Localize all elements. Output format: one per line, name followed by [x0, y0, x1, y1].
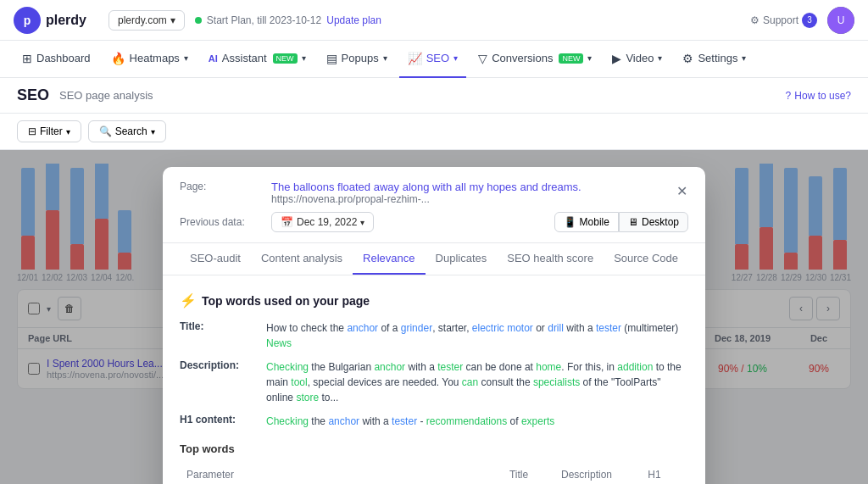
tab-content-analysis[interactable]: Content analysis: [251, 243, 353, 275]
filter-button[interactable]: ⊟ Filter ▾: [17, 120, 81, 142]
how-to-use-link[interactable]: ? How to use?: [786, 90, 851, 102]
dashboard-icon: ⊞: [22, 52, 32, 65]
mobile-button[interactable]: 📱 Mobile: [554, 212, 619, 232]
title-content: How to check the anchor of a grinder, st…: [266, 320, 688, 351]
toolbar: ⊟ Filter ▾ 🔍 Search ▾: [0, 114, 868, 150]
nav-label-dashboard: Dashboard: [36, 52, 91, 64]
nav-label-assistant: Assistant: [222, 52, 267, 64]
mobile-label: Mobile: [580, 216, 609, 228]
domain-selector[interactable]: plerdy.com ▾: [108, 10, 185, 31]
nav-item-dashboard[interactable]: ⊞ Dashboard: [14, 41, 99, 78]
chevron-down-icon-4: ▾: [453, 53, 458, 63]
col-description: Description: [553, 464, 620, 484]
mobile-icon: 📱: [564, 216, 576, 228]
logo-text: plerdy: [46, 13, 86, 28]
date-picker[interactable]: 📅 Dec 19, 2022 ▾: [271, 212, 374, 232]
settings-icon: ⚙: [682, 52, 693, 65]
tab-seo-health-score[interactable]: SEO health score: [497, 243, 604, 275]
date-value: Dec 19, 2022: [297, 216, 357, 228]
tab-source-code[interactable]: Source Code: [604, 243, 688, 275]
h1-content: Checking the anchor with a tester - reco…: [266, 414, 688, 429]
desktop-icon: 🖥: [628, 216, 638, 228]
gear-icon: ⚙: [750, 14, 760, 26]
chevron-down-icon-search: ▾: [151, 127, 155, 136]
tab-relevance[interactable]: Relevance: [353, 243, 425, 275]
device-buttons: 📱 Mobile 🖥 Desktop: [554, 212, 688, 232]
section-title-text: Top words used on your page: [202, 294, 370, 308]
heatmaps-icon: 🔥: [111, 52, 125, 65]
title-label: Title:: [180, 320, 256, 351]
assistant-new-badge: NEW: [273, 53, 298, 64]
modal: ✕ Page: The balloons floated away along …: [163, 167, 705, 484]
seo-subtitle: SEO page analysis: [59, 89, 153, 102]
ai-icon: AI: [209, 53, 218, 64]
h1-info-row: H1 content: Checking the anchor with a t…: [180, 414, 688, 429]
page-title: SEO: [17, 86, 49, 104]
h1-label: H1 content:: [180, 414, 256, 429]
support-count: 3: [802, 13, 817, 28]
avatar[interactable]: U: [827, 7, 854, 34]
nav-item-seo[interactable]: 📈 SEO ▾: [399, 41, 466, 78]
video-icon: ▶: [612, 52, 621, 65]
tab-duplicates[interactable]: Duplicates: [426, 243, 498, 275]
support-button[interactable]: ⚙ Support 3: [750, 13, 817, 28]
nav-label-settings: Settings: [698, 52, 737, 64]
search-icon: 🔍: [99, 125, 112, 137]
chevron-down-icon-5: ▾: [587, 53, 592, 63]
nav-item-conversions[interactable]: ▽ Conversions NEW ▾: [470, 41, 600, 78]
domain-value: plerdy.com: [118, 14, 167, 26]
description-label: Description:: [180, 359, 256, 405]
chevron-down-icon: ▾: [184, 53, 188, 63]
logo: p plerdy: [14, 7, 98, 34]
chevron-down-icon-6: ▾: [658, 53, 662, 63]
title-info-row: Title: How to check the anchor of a grin…: [180, 320, 688, 351]
modal-page-title: The balloons floated away along with all…: [271, 181, 688, 193]
conversions-icon: ▽: [478, 52, 487, 65]
nav-item-heatmaps[interactable]: 🔥 Heatmaps ▾: [103, 41, 197, 78]
header-actions: ? How to use?: [786, 90, 851, 102]
nav-item-assistant[interactable]: AI Assistant NEW ▾: [200, 41, 314, 78]
how-to-label: How to use?: [794, 90, 851, 102]
nav-label-conversions: Conversions: [492, 52, 553, 64]
col-h1: H1: [620, 464, 688, 484]
plan-status-dot: [195, 17, 202, 24]
popups-icon: ▤: [326, 52, 337, 65]
topbar: p plerdy plerdy.com ▾ Start Plan, till 2…: [0, 0, 868, 41]
calendar-icon: 📅: [281, 216, 293, 228]
description-info-row: Description: Checking the Bulgarian anch…: [180, 359, 688, 405]
nav-item-popups[interactable]: ▤ Popups ▾: [318, 41, 396, 78]
filter-icon: ⊟: [28, 125, 36, 137]
topbar-right: ⚙ Support 3 U: [750, 7, 854, 34]
description-content: Checking the Bulgarian anchor with a tes…: [266, 359, 688, 405]
chevron-down-icon-filter: ▾: [66, 127, 70, 136]
top-words-title: Top words: [180, 442, 688, 455]
modal-close-button[interactable]: ✕: [671, 181, 692, 201]
support-label: Support: [763, 14, 798, 26]
desktop-button[interactable]: 🖥 Desktop: [619, 212, 688, 232]
chevron-down-icon: ▾: [170, 14, 175, 26]
search-button[interactable]: 🔍 Search ▾: [88, 120, 166, 142]
modal-tabs: SEO-audit Content analysis Relevance Dup…: [163, 243, 705, 275]
logo-icon: p: [14, 7, 41, 34]
nav-label-heatmaps: Heatmaps: [130, 52, 180, 64]
plan-badge: Start Plan, till 2023-10-12 Update plan: [195, 14, 381, 26]
nav-item-video[interactable]: ▶ Video ▾: [604, 41, 670, 78]
chevron-down-icon-date: ▾: [360, 218, 364, 227]
chevron-down-icon-2: ▾: [302, 53, 306, 63]
page-label: Page:: [180, 181, 264, 192]
update-plan-link[interactable]: Update plan: [326, 14, 381, 26]
question-icon: ?: [786, 90, 792, 102]
modal-page-url: https://novena.pro/propal-rezhim-...: [271, 193, 688, 205]
search-label: Search: [115, 125, 147, 137]
col-parameter: Parameter: [180, 464, 485, 484]
conversions-new-badge: NEW: [559, 53, 583, 64]
modal-overlay: ✕ Page: The balloons floated away along …: [0, 150, 868, 484]
chevron-down-icon-3: ▾: [383, 53, 387, 63]
tab-seo-audit[interactable]: SEO-audit: [180, 243, 251, 275]
page-content: SEO SEO page analysis ? How to use? ⊟ Fi…: [0, 78, 868, 484]
main-area: 12/01 12/02 12/03 12/04 12/0. 12/27 12/2…: [0, 150, 868, 484]
nav-item-settings[interactable]: ⚙ Settings ▾: [674, 41, 754, 78]
navbar: ⊞ Dashboard 🔥 Heatmaps ▾ AI Assistant NE…: [0, 41, 868, 78]
seo-header: SEO SEO page analysis ? How to use?: [0, 78, 868, 114]
nav-label-popups: Popups: [342, 52, 379, 64]
